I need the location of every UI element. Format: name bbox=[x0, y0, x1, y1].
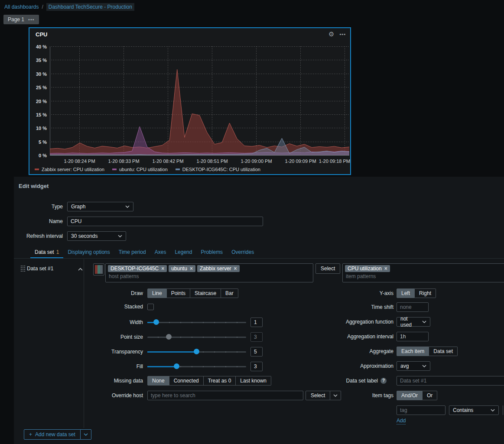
aggregation-function-select[interactable]: not used bbox=[397, 317, 430, 327]
page-tab[interactable]: Page 1 ••• bbox=[3, 15, 39, 24]
aggregate-label: Aggregate bbox=[248, 347, 393, 356]
page-tab-label: Page 1 bbox=[8, 16, 24, 23]
svg-text:10 %: 10 % bbox=[36, 126, 47, 131]
tab-axes[interactable]: Axes bbox=[150, 247, 171, 259]
svg-text:1-20 09:00 PM: 1-20 09:00 PM bbox=[241, 159, 272, 164]
page-menu-icon[interactable]: ••• bbox=[28, 17, 35, 22]
draw-option-staircase[interactable]: Staircase bbox=[190, 288, 221, 298]
legend-label: DESKTOP-ICG645C: CPU utilization bbox=[182, 167, 260, 172]
tag-operator-select[interactable]: Contains bbox=[449, 405, 499, 415]
refresh-interval-value: 30 seconds bbox=[71, 233, 98, 239]
fill-slider[interactable] bbox=[147, 362, 246, 371]
tag-operator-value: Contains bbox=[453, 407, 473, 413]
transparency-slider[interactable] bbox=[147, 347, 246, 356]
more-icon[interactable]: ••• bbox=[339, 32, 346, 37]
draw-label: Draw bbox=[14, 288, 143, 298]
tag-name-input[interactable] bbox=[397, 405, 445, 415]
y-axis-label: Y-axis bbox=[248, 288, 393, 298]
close-icon[interactable]: × bbox=[384, 266, 387, 272]
dataset-color-picker[interactable] bbox=[93, 263, 104, 275]
gear-icon[interactable]: ⚙ bbox=[328, 30, 334, 38]
missing-data-none[interactable]: None bbox=[147, 376, 169, 386]
aggregate-each-item[interactable]: Each item bbox=[397, 347, 429, 356]
plus-icon: + bbox=[29, 431, 32, 438]
approximation-label: Approximation bbox=[248, 361, 393, 371]
host-patterns-field[interactable]: DESKTOP-ICG645C× ubuntu× Zabbix server× … bbox=[105, 263, 313, 282]
type-select[interactable]: Graph bbox=[67, 202, 133, 211]
svg-text:1-20 08:51 PM: 1-20 08:51 PM bbox=[196, 159, 228, 164]
cpu-graph-widget: CPU ⚙ ••• 0 %5 %10 %15 %20 %25 %30 %35 %… bbox=[29, 27, 351, 175]
item-tags-or[interactable]: Or bbox=[423, 391, 437, 400]
time-shift-input[interactable] bbox=[397, 302, 429, 312]
width-slider[interactable] bbox=[147, 318, 246, 327]
approximation-value: avg bbox=[400, 363, 409, 369]
color-bar-gray bbox=[100, 265, 103, 274]
help-icon[interactable]: ? bbox=[380, 378, 387, 384]
breadcrumb: All dashboards / Dashboard TechSecure - … bbox=[4, 3, 134, 11]
draw-option-line[interactable]: Line bbox=[147, 288, 167, 298]
chevron-down-icon bbox=[422, 321, 426, 323]
series-swatch-icon bbox=[176, 169, 180, 170]
fill-label: Fill bbox=[14, 362, 143, 371]
svg-text:1-20 09:18 PM: 1-20 09:18 PM bbox=[319, 159, 350, 164]
tab-time-period[interactable]: Time period bbox=[114, 247, 150, 259]
close-icon[interactable]: × bbox=[190, 266, 193, 272]
chevron-down-icon bbox=[491, 409, 495, 412]
svg-text:1-20 08:24 PM: 1-20 08:24 PM bbox=[64, 159, 95, 164]
panel-divider bbox=[84, 259, 84, 428]
item-tags-segmented: And/Or Or bbox=[397, 391, 437, 400]
item-tag: CPU utilization× bbox=[345, 265, 390, 272]
item-patterns-placeholder: item patterns bbox=[346, 273, 504, 279]
breadcrumb-all-dashboards-link[interactable]: All dashboards bbox=[4, 4, 39, 10]
stacked-checkbox[interactable] bbox=[147, 304, 154, 310]
breadcrumb-current-dashboard-link[interactable]: Dashboard TechSecure - Production bbox=[46, 3, 134, 11]
svg-text:1-20 09:09 PM: 1-20 09:09 PM bbox=[285, 159, 316, 164]
refresh-interval-label: Refresh interval bbox=[14, 231, 63, 241]
svg-text:1-20 08:33 PM: 1-20 08:33 PM bbox=[108, 159, 139, 164]
add-tag-link[interactable]: Add bbox=[397, 418, 406, 425]
draw-option-points[interactable]: Points bbox=[167, 288, 190, 298]
aggregate-data-set[interactable]: Data set bbox=[429, 347, 458, 356]
svg-text:0 %: 0 % bbox=[39, 153, 47, 158]
clipped-field-edge bbox=[503, 405, 503, 415]
svg-text:25 %: 25 % bbox=[36, 85, 47, 90]
draw-option-bar[interactable]: Bar bbox=[221, 288, 238, 298]
chevron-down-icon bbox=[84, 433, 88, 436]
aggregation-function-value: not used bbox=[400, 316, 419, 328]
name-input[interactable] bbox=[67, 217, 263, 226]
refresh-interval-select[interactable]: 30 seconds bbox=[67, 231, 126, 241]
data-set-label-input[interactable] bbox=[397, 376, 504, 386]
aggregate-segmented: Each item Data set bbox=[397, 347, 458, 356]
y-axis-right[interactable]: Right bbox=[415, 288, 436, 298]
close-icon[interactable]: × bbox=[234, 266, 237, 272]
chevron-up-icon[interactable] bbox=[78, 268, 83, 271]
svg-text:20 %: 20 % bbox=[36, 99, 47, 104]
y-axis-left[interactable]: Left bbox=[397, 288, 415, 298]
tab-overrides[interactable]: Overrides bbox=[227, 247, 258, 259]
tab-legend[interactable]: Legend bbox=[170, 247, 196, 259]
tab-displaying-options[interactable]: Displaying options bbox=[63, 247, 114, 259]
tab-data-set[interactable]: Data set1 bbox=[30, 247, 63, 259]
missing-data-treat-as-0[interactable]: Treat as 0 bbox=[204, 376, 236, 386]
aggregation-interval-input[interactable] bbox=[397, 332, 429, 341]
approximation-select[interactable]: avg bbox=[397, 361, 430, 371]
widget-header: CPU ⚙ ••• bbox=[29, 28, 350, 40]
host-select-button[interactable]: Select bbox=[315, 263, 340, 274]
missing-data-connected[interactable]: Connected bbox=[169, 376, 204, 386]
draw-segmented: Line Points Staircase Bar bbox=[147, 288, 238, 298]
legend-item: DESKTOP-ICG645C: CPU utilization bbox=[176, 167, 260, 172]
host-tag: DESKTOP-ICG645C× bbox=[108, 265, 167, 272]
type-label: Type bbox=[14, 202, 63, 211]
item-tags-and-or[interactable]: And/Or bbox=[397, 391, 423, 400]
close-icon[interactable]: × bbox=[161, 266, 164, 272]
item-patterns-field[interactable]: CPU utilization× item patterns bbox=[342, 263, 504, 282]
aggregation-interval-label: Aggregation interval bbox=[248, 332, 393, 341]
legend-label: Zabbix server: CPU utilization bbox=[42, 167, 104, 172]
drag-handle[interactable] bbox=[20, 265, 25, 272]
cpu-chart[interactable]: 0 %5 %10 %15 %20 %25 %30 %35 %40 %1-20 0… bbox=[29, 40, 350, 166]
add-new-data-set-button[interactable]: + Add new data set bbox=[24, 429, 91, 440]
y-axis-segmented: Left Right bbox=[397, 288, 436, 298]
data-set-label-label: Data set label bbox=[248, 376, 378, 386]
tab-problems[interactable]: Problems bbox=[196, 247, 227, 259]
add-data-set-dropdown-button[interactable] bbox=[81, 429, 91, 440]
